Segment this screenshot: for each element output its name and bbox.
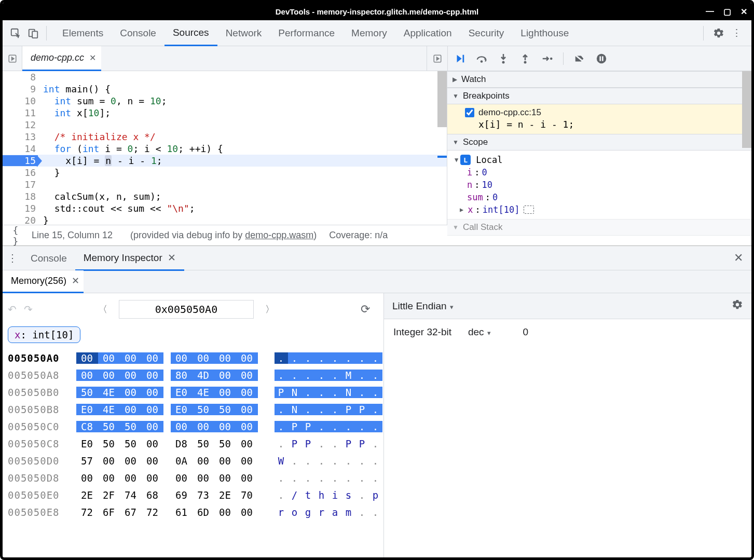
value-type-label: Integer 32-bit <box>393 326 451 338</box>
minimize-icon[interactable]: — <box>706 7 714 16</box>
hex-row[interactable]: 005050E02E2F746869732E70./this.p <box>8 486 378 503</box>
maximize-icon[interactable]: ▢ <box>723 7 731 17</box>
hex-row[interactable]: 005050D80000000000000000........ <box>8 469 378 486</box>
device-toggle-icon[interactable] <box>25 25 41 41</box>
panel-tab-sources[interactable]: Sources <box>164 20 217 46</box>
source-file-name: demo-cpp.cc <box>31 52 84 63</box>
prev-page-icon[interactable]: 〈 <box>94 303 112 316</box>
address-input[interactable]: 0x005050A0 <box>119 300 254 319</box>
hex-row[interactable]: 005050A00000000000000000........ <box>8 349 378 366</box>
close-drawer-tab-icon[interactable]: ✕ <box>168 252 176 264</box>
panel-tab-performance[interactable]: Performance <box>270 20 343 46</box>
svg-rect-5 <box>463 54 464 62</box>
deactivate-breakpoints-icon[interactable] <box>574 53 585 64</box>
breakpoints-section-header[interactable]: ▼Breakpoints <box>447 88 751 104</box>
settings-gear-icon[interactable] <box>711 25 726 41</box>
panel-tab-elements[interactable]: Elements <box>54 20 112 46</box>
scope-section-header[interactable]: ▼Scope <box>447 134 751 151</box>
code-scrollbar[interactable] <box>437 71 447 225</box>
drawer-tab-console[interactable]: Console <box>22 246 75 271</box>
svg-point-9 <box>550 57 553 60</box>
code-line[interactable]: 11 int x[10]; <box>3 107 447 119</box>
wasm-link[interactable]: demo-cpp.wasm <box>245 230 313 240</box>
svg-point-6 <box>481 60 483 63</box>
close-icon[interactable]: ✕ <box>741 7 747 17</box>
hex-row[interactable]: 005050E8726F6772616D0000rogram.. <box>8 503 378 521</box>
hex-row[interactable]: 005050A800000000804D0000.....M.. <box>8 366 378 384</box>
scope-var[interactable]: ▶x: int[10] <box>447 203 751 216</box>
panel-tab-application[interactable]: Application <box>395 20 460 46</box>
memory-left-panel: ↶ ↷ 〈 0x005050A0 〉 ⟳ x: int[10] 005050A0… <box>3 293 384 558</box>
code-line[interactable]: 10 int sum = 0, n = 10; <box>3 95 447 107</box>
hex-row[interactable]: 005050C8E0505000D8505000.PP..PP. <box>8 435 378 452</box>
step-out-icon[interactable] <box>519 53 531 64</box>
code-line[interactable]: 20} <box>3 214 447 225</box>
code-line[interactable]: 15 x[i] = n - i - 1; <box>3 155 447 167</box>
panel-tab-lighthouse[interactable]: Lighthouse <box>512 20 577 46</box>
scope-var[interactable]: sum: 0 <box>447 191 751 203</box>
source-file-tab[interactable]: demo-cpp.cc ✕ <box>22 46 101 71</box>
redo-icon[interactable]: ↷ <box>24 303 33 316</box>
close-drawer-icon[interactable]: ✕ <box>734 251 751 265</box>
code-editor[interactable]: 89int main() {10 int sum = 0, n = 10;11 … <box>3 71 447 225</box>
step-over-icon[interactable] <box>476 53 487 64</box>
panel-tab-network[interactable]: Network <box>217 20 270 46</box>
step-icon[interactable] <box>541 53 553 64</box>
close-tab-icon[interactable]: ✕ <box>89 53 96 63</box>
hex-row[interactable]: 005050D0570000000A000000W....... <box>8 452 378 469</box>
svg-rect-11 <box>599 56 601 61</box>
drawer-menu-icon[interactable]: ⋮ <box>3 252 22 264</box>
editor-statusbar: { } Line 15, Column 12 (provided via deb… <box>3 225 447 245</box>
next-page-icon[interactable]: 〉 <box>261 303 279 316</box>
hex-row[interactable]: 005050B0504E0000E04E0000PN...N.. <box>8 384 378 401</box>
endianness-dropdown[interactable]: Little Endian▾ <box>392 301 454 312</box>
coverage-label: Coverage: n/a <box>329 230 388 241</box>
hex-table[interactable]: 005050A00000000000000000........005050A8… <box>8 349 378 521</box>
pretty-print-icon[interactable]: { } <box>8 225 23 247</box>
run-snippet-icon[interactable] <box>427 46 447 71</box>
inspect-icon[interactable] <box>8 25 23 41</box>
code-line[interactable]: 9int main() { <box>3 83 447 95</box>
step-into-icon[interactable] <box>498 53 509 64</box>
refresh-icon[interactable]: ⟳ <box>361 303 370 316</box>
debugger-controls <box>447 46 751 71</box>
memory-right-panel: Little Endian▾ Integer 32-bit dec▾ 0 <box>384 293 751 558</box>
code-line[interactable]: 17 <box>3 179 447 190</box>
memory-settings-icon[interactable] <box>732 299 743 313</box>
code-line[interactable]: 19 std::cout << sum << "\n"; <box>3 202 447 214</box>
resume-icon[interactable] <box>454 53 465 64</box>
pause-on-exceptions-icon[interactable] <box>596 53 607 64</box>
window-titlebar: DevTools - memory-inspector.glitch.me/de… <box>3 3 751 20</box>
code-line[interactable]: 18 calcSum(x, n, sum); <box>3 190 447 202</box>
scope-local-header[interactable]: ▼LLocal <box>447 154 751 166</box>
value-display: 0 <box>523 326 529 338</box>
repr-dropdown[interactable]: dec▾ <box>468 326 491 338</box>
code-line[interactable]: 8 <box>3 71 447 83</box>
svg-point-10 <box>597 53 606 63</box>
panel-tab-console[interactable]: Console <box>112 20 164 46</box>
breakpoint-entry[interactable]: demo-cpp.cc:15 x[i] = n - i - 1; <box>447 104 751 134</box>
panel-tab-memory[interactable]: Memory <box>343 20 395 46</box>
kebab-menu-icon[interactable]: ⋮ <box>729 25 744 41</box>
memory-tab[interactable]: Memory(256)✕ <box>3 270 84 293</box>
svg-rect-2 <box>32 31 37 38</box>
code-line[interactable]: 12 <box>3 119 447 131</box>
breakpoint-checkbox[interactable] <box>465 108 474 117</box>
hex-row[interactable]: 005050B8E04E0000E0505000.N...PP. <box>8 401 378 418</box>
object-chip[interactable]: x: int[10] <box>8 326 80 343</box>
svg-point-7 <box>502 61 505 63</box>
navigator-toggle-icon[interactable] <box>3 46 22 71</box>
scope-var[interactable]: i: 0 <box>447 166 751 179</box>
code-line[interactable]: 13 /* initialize x */ <box>3 131 447 143</box>
reveal-in-memory-icon[interactable] <box>524 206 534 214</box>
watch-section-header[interactable]: ▶Watch <box>447 71 751 88</box>
hex-row[interactable]: 005050C0C850500000000000.PP..... <box>8 418 378 435</box>
drawer-tab-memory-inspector[interactable]: Memory Inspector✕ <box>75 246 184 271</box>
scope-var[interactable]: n: 10 <box>447 179 751 191</box>
callstack-section-header[interactable]: ▼Call Stack <box>447 219 751 236</box>
close-memtab-icon[interactable]: ✕ <box>72 275 79 286</box>
code-line[interactable]: 14 for (int i = 0; i < 10; ++i) { <box>3 143 447 155</box>
panel-tab-security[interactable]: Security <box>460 20 513 46</box>
code-line[interactable]: 16 } <box>3 167 447 179</box>
undo-icon[interactable]: ↶ <box>8 303 17 316</box>
